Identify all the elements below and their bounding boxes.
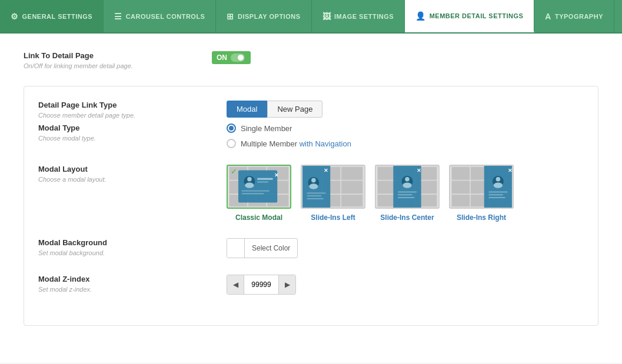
toggle-label: ON — [217, 54, 227, 62]
modal-zindex-desc: Set modal z-index. — [38, 286, 227, 293]
link-detail-label-col: Link To Detail Page On/Off for linking m… — [24, 51, 212, 69]
modal-layout-control: ✕ Class — [227, 165, 514, 222]
link-detail-toggle[interactable]: ON — [212, 51, 251, 64]
link-detail-row: Link To Detail Page On/Off for linking m… — [24, 51, 598, 69]
svg-rect-10 — [238, 171, 277, 203]
color-swatch — [227, 239, 245, 258]
classic-modal-preview: ✕ — [228, 166, 290, 208]
link-detail-label: Link To Detail Page — [24, 51, 212, 60]
modal-type-desc: Choose modal type. — [38, 135, 227, 142]
svg-rect-72 — [488, 197, 505, 198]
link-detail-control: ON — [212, 51, 251, 64]
svg-rect-59 — [452, 181, 470, 194]
svg-point-69 — [494, 182, 503, 188]
tab-bar: ⚙ GENERAL SETTINGS ☰ CAROUSEL CONTROLS ⊞… — [0, 0, 622, 34]
slide-center-preview: ✕ — [376, 166, 438, 208]
tab-display-label: DISPLAY OPTIONS — [238, 13, 301, 20]
btn-new-page[interactable]: New Page — [267, 101, 322, 118]
modal-layout-label: Modal Layout — [38, 165, 227, 173]
svg-point-13 — [247, 177, 252, 182]
svg-rect-62 — [452, 195, 470, 206]
svg-rect-18 — [242, 193, 264, 194]
zindex-increment-button[interactable]: ▶ — [279, 275, 295, 294]
svg-rect-52 — [398, 192, 417, 193]
btn-modal[interactable]: Modal — [227, 101, 267, 118]
svg-text:✕: ✕ — [324, 167, 328, 173]
zindex-input[interactable] — [244, 275, 279, 294]
svg-rect-28 — [341, 195, 362, 206]
tab-general-settings[interactable]: ⚙ GENERAL SETTINGS — [0, 0, 104, 32]
modal-type-label-col: Modal Type Choose modal type. — [38, 123, 227, 142]
svg-rect-17 — [242, 191, 270, 192]
modal-zindex-control: ◀ ▶ — [227, 275, 296, 295]
tab-carousel-controls[interactable]: ☰ CAROUSEL CONTROLS — [104, 0, 216, 32]
svg-rect-56 — [452, 167, 470, 180]
layout-card-img-slide-right: ✕ — [449, 165, 514, 209]
gear-icon: ⚙ — [11, 12, 19, 21]
layout-card-classic[interactable]: ✕ Class — [227, 165, 291, 222]
svg-rect-16 — [257, 182, 268, 183]
modal-background-color-btn[interactable]: Select Color — [227, 238, 298, 258]
detail-page-link-type-label: Detail Page Link Type — [38, 101, 227, 109]
layout-card-slide-left[interactable]: ✕ Slide-Ins Left — [301, 165, 365, 222]
detail-page-link-type-control: Modal New Page — [227, 101, 322, 118]
modal-layout-row: Modal Layout Choose a modal layout. — [38, 165, 584, 222]
layout-card-img-classic: ✕ — [227, 165, 291, 209]
layout-card-slide-right[interactable]: ✕ Slide-Ins Right — [449, 165, 514, 222]
color-label: Select Color — [245, 244, 297, 252]
modal-type-label: Modal Type — [38, 123, 227, 132]
radio-label-multiple: Multiple Member with Navigation — [241, 139, 351, 148]
radio-circle-single — [227, 123, 236, 133]
tab-member-detail-settings[interactable]: 👤 MEMBER DETAIL SETTINGS — [405, 0, 534, 32]
member-icon: 👤 — [415, 11, 426, 21]
tab-carousel-label: CAROUSEL CONTROLS — [126, 13, 205, 20]
modal-type-control: Single Member Multiple Member with Navig… — [227, 123, 351, 148]
modal-type-radiogroup: Single Member Multiple Member with Navig… — [227, 123, 351, 148]
modal-background-row: Modal Background Set modal background. S… — [38, 238, 584, 258]
image-icon: 🖼 — [322, 12, 331, 21]
layout-card-slide-center[interactable]: ✕ Slide-Ins Center — [375, 165, 440, 222]
svg-point-50 — [405, 177, 410, 182]
svg-rect-38 — [378, 167, 395, 180]
carousel-icon: ☰ — [114, 12, 122, 21]
link-detail-desc: On/Off for linking member detail page. — [24, 62, 212, 69]
svg-rect-41 — [378, 181, 395, 194]
radio-single-member[interactable]: Single Member — [227, 123, 351, 133]
svg-rect-35 — [307, 195, 322, 196]
zindex-stepper: ◀ ▶ — [227, 275, 296, 295]
svg-point-68 — [496, 177, 501, 182]
svg-point-32 — [311, 178, 316, 183]
tab-image-label: IMAGE SETTINGS — [334, 13, 394, 20]
tab-typography[interactable]: A TYPOGRAPHY — [534, 0, 614, 32]
svg-rect-34 — [307, 192, 326, 193]
tab-member-label: MEMBER DETAIL SETTINGS — [430, 12, 524, 19]
tab-typography-label: TYPOGRAPHY — [555, 13, 603, 20]
settings-content: Link To Detail Page On/Off for linking m… — [0, 34, 622, 363]
toggle-knob — [231, 54, 245, 62]
layout-card-img-slide-center: ✕ — [375, 165, 440, 209]
radio-label-nav: with Navigation — [300, 139, 351, 148]
tab-image-settings[interactable]: 🖼 IMAGE SETTINGS — [312, 0, 405, 32]
zindex-decrement-button[interactable]: ◀ — [227, 275, 244, 294]
radio-multiple-member[interactable]: Multiple Member with Navigation — [227, 139, 351, 148]
modal-layout-label-col: Modal Layout Choose a modal layout. — [38, 165, 227, 183]
modal-zindex-label-col: Modal Z-index Set modal z-index. — [38, 275, 227, 293]
slide-right-preview: ✕ — [450, 166, 513, 208]
modal-background-label-col: Modal Background Set modal background. — [38, 238, 227, 256]
svg-rect-53 — [398, 194, 413, 195]
tab-display-options[interactable]: ⊞ DISPLAY OPTIONS — [216, 0, 311, 32]
modal-zindex-label: Modal Z-index — [38, 275, 227, 283]
svg-point-33 — [309, 183, 318, 189]
detail-page-link-type-desc: Choose member detail page type. — [38, 112, 227, 119]
svg-rect-44 — [378, 195, 395, 206]
tab-general-label: GENERAL SETTINGS — [22, 13, 93, 20]
section-box: Detail Page Link Type Choose member deta… — [24, 86, 598, 326]
layout-card-label-slide-right: Slide-Ins Right — [457, 213, 506, 222]
modal-zindex-row: Modal Z-index Set modal z-index. ◀ ▶ — [38, 275, 584, 295]
layout-card-img-slide-left: ✕ — [301, 165, 365, 209]
modal-background-label: Modal Background — [38, 238, 227, 247]
layout-cards: ✕ Class — [227, 165, 514, 222]
radio-circle-multiple — [227, 139, 236, 148]
svg-rect-71 — [488, 194, 503, 195]
slide-left-preview: ✕ — [302, 166, 364, 208]
